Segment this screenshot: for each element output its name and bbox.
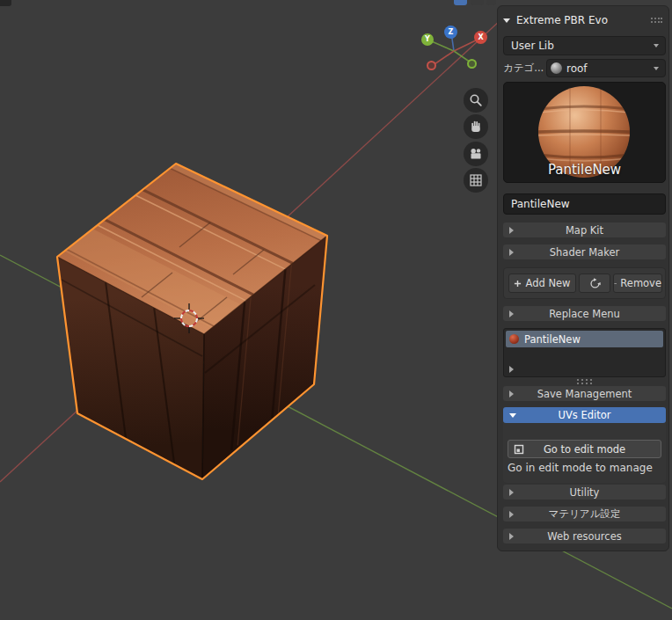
gizmo-neg-x-ball[interactable]	[427, 61, 436, 70]
remove-label: Remove	[620, 277, 661, 289]
blender-window: Z X Y	[0, 0, 672, 620]
shading-toggle-icon[interactable]	[486, 0, 496, 5]
disclosure-triangle-icon	[509, 390, 514, 398]
refresh-button[interactable]	[579, 274, 610, 293]
disclosure-triangle-icon	[509, 489, 514, 496]
panel-collapse-icon[interactable]	[503, 18, 510, 23]
plus-icon	[514, 280, 522, 288]
cube-object[interactable]	[57, 164, 327, 479]
chevron-down-icon	[654, 44, 659, 47]
navigation-gizmo[interactable]: Z X Y	[420, 19, 491, 77]
add-new-button[interactable]: Add New	[508, 274, 576, 293]
library-dropdown-value: User Lib	[511, 40, 554, 52]
disclosure-triangle-icon	[509, 511, 514, 518]
panel-header[interactable]: Extreme PBR Evo	[503, 12, 666, 28]
list-item-selected[interactable]: PantileNew	[506, 331, 663, 347]
list-options-expand-icon[interactable]	[509, 366, 514, 373]
material-name-value: PantileNew	[511, 198, 570, 210]
section-label: Save Management	[537, 388, 632, 400]
zoom-button[interactable]	[464, 88, 488, 113]
section-web-resources[interactable]: Web resources	[503, 529, 666, 543]
section-save-management[interactable]: Save Management	[503, 386, 666, 401]
library-dropdown[interactable]: User Lib	[503, 36, 666, 55]
editor-type-icon[interactable]	[0, 0, 11, 6]
hand-icon	[469, 120, 483, 134]
preview-material-name: PantileNew	[504, 162, 665, 178]
extreme-pbr-panel: Extreme PBR Evo User Lib カテゴ... roof	[497, 5, 669, 551]
add-new-label: Add New	[525, 277, 570, 289]
drag-grip-icon[interactable]	[650, 17, 662, 24]
section-replace-menu[interactable]: Replace Menu	[503, 306, 666, 321]
gizmo-toggle-icon[interactable]	[454, 0, 467, 5]
material-preview[interactable]: PantileNew	[503, 82, 666, 183]
disclosure-triangle-icon	[509, 533, 514, 540]
section-shader-maker[interactable]: Shader Maker	[503, 244, 666, 259]
material-actions-box: Add New Remove	[503, 267, 666, 299]
section-label: Web resources	[547, 530, 621, 543]
disclosure-triangle-icon	[509, 413, 516, 418]
list-item-label: PantileNew	[524, 333, 581, 346]
camera-view-button[interactable]	[464, 142, 488, 166]
material-sphere-icon	[551, 62, 562, 74]
toggle-grid-button[interactable]	[464, 168, 488, 193]
material-list[interactable]: PantileNew	[503, 328, 666, 377]
magnifier-icon	[469, 93, 483, 107]
material-ball-icon	[509, 334, 519, 344]
section-label: Replace Menu	[549, 308, 620, 320]
grid-icon	[469, 173, 483, 187]
section-label: マテリアル設定	[549, 507, 621, 521]
chevron-down-icon	[654, 67, 659, 70]
gizmo-z-axis-ball[interactable]: Z	[444, 26, 457, 39]
pan-button[interactable]	[464, 114, 488, 139]
section-label: Utility	[570, 486, 600, 499]
minus-icon	[614, 280, 617, 288]
edit-mode-icon	[514, 444, 524, 455]
go-to-edit-mode-label: Go to edit mode	[544, 443, 625, 456]
remove-button[interactable]: Remove	[613, 274, 662, 293]
refresh-icon	[589, 278, 601, 289]
disclosure-triangle-icon	[509, 227, 514, 234]
section-material-settings[interactable]: マテリアル設定	[503, 507, 666, 522]
category-dropdown-value: roof	[566, 62, 588, 75]
overlays-toggle-icon[interactable]	[471, 0, 484, 5]
section-map-kit[interactable]: Map Kit	[503, 222, 666, 237]
gizmo-x-axis-ball[interactable]: X	[474, 31, 487, 44]
section-label: Shader Maker	[550, 246, 619, 259]
material-name-field[interactable]: PantileNew	[503, 193, 666, 215]
panel-title: Extreme PBR Evo	[516, 14, 608, 26]
section-utility[interactable]: Utility	[503, 485, 666, 500]
go-to-edit-mode-button[interactable]: Go to edit mode	[508, 440, 661, 458]
grip-dots-icon	[576, 378, 592, 385]
gizmo-y-axis-ball[interactable]: Y	[421, 33, 434, 46]
section-uvs-editor[interactable]: UVs Editor	[503, 407, 666, 423]
disclosure-triangle-icon	[509, 310, 514, 317]
category-dropdown[interactable]: roof	[546, 59, 666, 77]
gizmo-neg-y-ball[interactable]	[467, 59, 477, 69]
section-label: Map Kit	[566, 224, 603, 237]
list-resize-grip[interactable]	[573, 378, 595, 385]
section-label: UVs Editor	[559, 409, 611, 421]
edit-mode-hint: Go in edit mode to manage	[508, 462, 666, 474]
category-label: カテゴ...	[503, 59, 545, 77]
disclosure-triangle-icon	[509, 249, 514, 256]
camera-icon	[469, 147, 483, 161]
